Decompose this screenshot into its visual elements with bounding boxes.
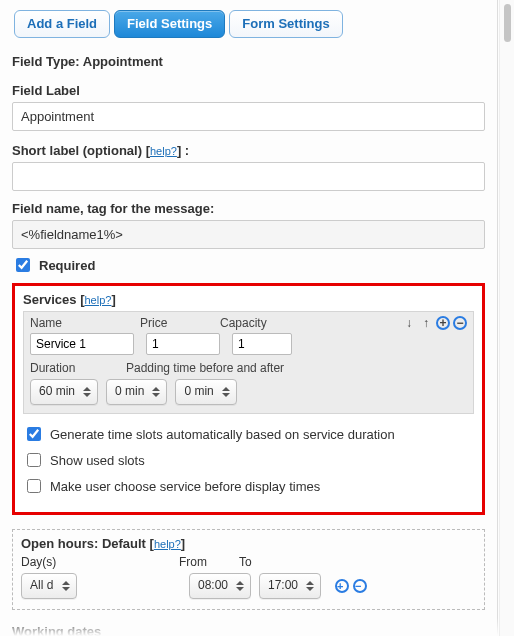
services-col-price: Price [140,316,220,330]
open-hours-row-controls: + − [335,579,367,593]
working-dates-panel: Working dates Su Mo Tu We Th Fr Sa [12,624,485,636]
services-col-name: Name [30,316,140,330]
open-hours-heading-text: Open hours: Default [21,536,146,551]
duration-select[interactable]: 60 min [30,379,98,405]
auto-slots-label: Generate time slots automatically based … [50,427,395,442]
add-open-hours-icon[interactable]: + [335,579,349,593]
field-type-label: Field Type: Appointment [12,54,485,69]
tabs-bar: Add a Field Field Settings Form Settings [12,8,485,46]
open-hours-from-select[interactable]: 08:00 [189,573,251,599]
chevron-updown-icon [83,383,91,401]
services-bracket-close: ] [111,292,115,307]
short-label-bracket-close: ] [177,143,185,158]
required-label: Required [39,258,95,273]
tab-form-settings[interactable]: Form Settings [229,10,342,38]
required-checkbox[interactable] [16,258,30,272]
chevron-updown-icon [236,577,244,595]
field-label-input[interactable] [12,102,485,131]
service-capacity-input[interactable] [232,333,292,355]
service-price-input[interactable] [146,333,220,355]
service-row-controls: + − [402,316,467,330]
open-hours-days-select[interactable]: All d [21,573,77,599]
padding-label: Padding time before and after [126,361,284,375]
tab-field-settings[interactable]: Field Settings [114,10,225,38]
auto-slots-checkbox[interactable] [27,427,41,441]
services-heading: Services [help?] [23,292,474,307]
services-help-link[interactable]: help? [84,294,111,306]
services-heading-text: Services [23,292,77,307]
move-down-icon[interactable] [402,316,416,330]
field-label-heading: Field Label [12,83,485,98]
services-editor: Name Price Capacity + − Duration Padding… [23,311,474,414]
choose-first-label: Make user choose service before display … [50,479,320,494]
padding-after-select[interactable]: 0 min [175,379,236,405]
service-name-input[interactable] [30,333,134,355]
short-label-text: Short label (optional) [12,143,142,158]
short-label-colon: : [185,143,189,158]
short-label-help-link[interactable]: help? [150,145,177,157]
open-hours-days-label: Day(s) [21,555,179,569]
move-up-icon[interactable] [419,316,433,330]
duration-label: Duration [30,361,126,375]
field-name-heading: Field name, tag for the message: [12,201,485,216]
field-name-input[interactable] [12,220,485,249]
services-panel: Services [help?] Name Price Capacity + − [12,283,485,515]
open-hours-from-label: From [179,555,239,569]
short-label-heading: Short label (optional) [help?] : [12,143,485,158]
open-hours-panel: Open hours: Default [help?] Day(s) From … [12,529,485,610]
working-dates-heading: Working dates [12,624,485,636]
short-label-input[interactable] [12,162,485,191]
open-hours-to-select[interactable]: 17:00 [259,573,321,599]
chevron-updown-icon [222,383,230,401]
open-hours-help-link[interactable]: help? [154,538,181,550]
scrollbar-track[interactable] [499,0,514,636]
remove-open-hours-icon[interactable]: − [353,579,367,593]
open-hours-heading: Open hours: Default [help?] [21,536,476,551]
chevron-updown-icon [152,383,160,401]
add-service-icon[interactable]: + [436,316,450,330]
chevron-updown-icon [62,577,70,595]
scrollbar-thumb[interactable] [504,4,511,42]
choose-first-checkbox[interactable] [27,479,41,493]
remove-service-icon[interactable]: − [453,316,467,330]
tab-add-field[interactable]: Add a Field [14,10,110,38]
padding-before-select[interactable]: 0 min [106,379,167,405]
services-col-capacity: Capacity [220,316,290,330]
chevron-updown-icon [306,577,314,595]
open-hours-to-label: To [239,555,299,569]
show-used-checkbox[interactable] [27,453,41,467]
show-used-label: Show used slots [50,453,145,468]
